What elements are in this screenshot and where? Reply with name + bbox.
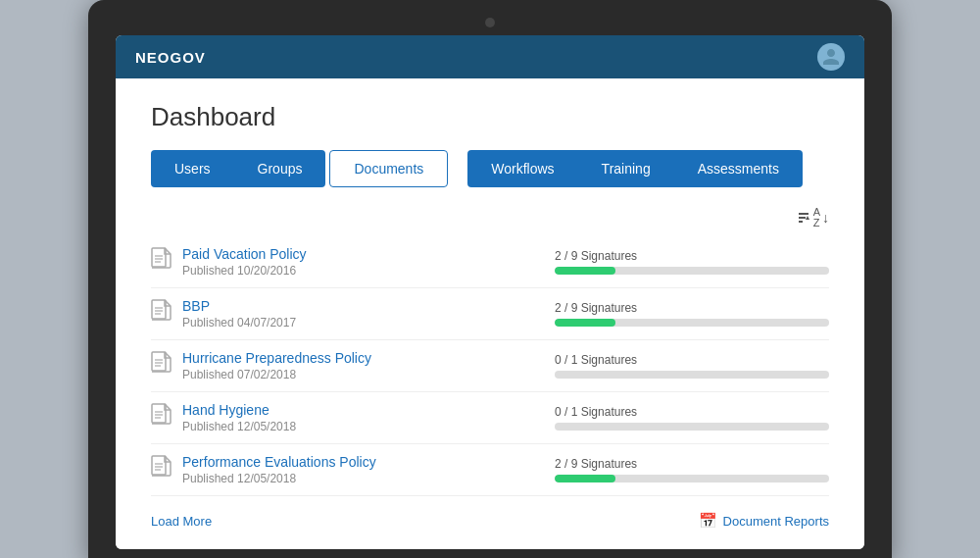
doc-signatures: 2 / 9 Signatures [535, 249, 829, 275]
doc-name[interactable]: BBP [182, 298, 535, 314]
tabs-left-group: Users Groups [151, 150, 325, 187]
document-icon [151, 299, 182, 330]
doc-published: Published 12/05/2018 [182, 472, 535, 485]
document-icon [151, 247, 182, 278]
sig-label: 0 / 1 Signatures [555, 405, 829, 419]
doc-info: Paid Vacation PolicyPublished 10/20/2016 [182, 246, 535, 278]
doc-row: Performance Evaluations PolicyPublished … [151, 444, 829, 496]
app-logo: NEOGOV [135, 49, 206, 66]
progress-bar-bg [555, 319, 829, 327]
svg-rect-8 [152, 352, 166, 371]
tab-groups[interactable]: Groups [234, 150, 326, 187]
page-title: Dashboard [151, 102, 829, 132]
load-more-link[interactable]: Load More [151, 514, 212, 529]
doc-signatures: 0 / 1 Signatures [535, 353, 829, 379]
calendar-icon: 📅 [699, 512, 717, 530]
sort-control[interactable]: AZ ↓ [151, 207, 829, 228]
sort-label: AZ [813, 207, 820, 228]
sig-label: 2 / 9 Signatures [555, 249, 829, 263]
doc-published: Published 10/20/2016 [182, 264, 535, 278]
document-icon [151, 351, 182, 381]
doc-name[interactable]: Hurricane Preparedness Policy [182, 350, 535, 366]
avatar[interactable] [817, 43, 845, 71]
document-icon [151, 455, 182, 485]
laptop-frame: NEOGOV Dashboard Users Groups [88, 0, 892, 558]
doc-published: Published 07/02/2018 [182, 368, 535, 381]
doc-name[interactable]: Paid Vacation Policy [182, 246, 535, 262]
doc-published: Published 12/05/2018 [182, 420, 535, 433]
doc-row: Paid Vacation PolicyPublished 10/20/2016… [151, 236, 829, 288]
svg-rect-4 [152, 300, 166, 319]
doc-signatures: 2 / 9 Signatures [535, 301, 829, 327]
tab-workflows[interactable]: Workflows [467, 150, 577, 187]
screen-bezel: NEOGOV Dashboard Users Groups [88, 0, 892, 558]
doc-info: BBPPublished 04/07/2017 [182, 298, 535, 330]
doc-name[interactable]: Performance Evaluations Policy [182, 454, 535, 470]
tab-training[interactable]: Training [578, 150, 674, 187]
sig-label: 0 / 1 Signatures [555, 353, 829, 367]
progress-bar-fill [555, 475, 615, 482]
doc-signatures: 0 / 1 Signatures [535, 405, 829, 431]
document-icon [151, 403, 182, 433]
topbar: NEOGOV [116, 35, 864, 78]
doc-row: BBPPublished 04/07/20172 / 9 Signatures [151, 288, 829, 340]
progress-bar-bg [555, 475, 829, 482]
sort-arrow: ↓ [822, 210, 829, 226]
doc-row: Hurricane Preparedness PolicyPublished 0… [151, 340, 829, 392]
tab-users[interactable]: Users [151, 150, 234, 187]
doc-info: Hand HygienePublished 12/05/2018 [182, 402, 535, 433]
doc-row: Hand HygienePublished 12/05/20180 / 1 Si… [151, 392, 829, 444]
svg-rect-0 [152, 248, 166, 267]
tabs-right-group: Workflows Training Assessments [467, 150, 803, 187]
screen: NEOGOV Dashboard Users Groups [116, 35, 864, 549]
doc-name[interactable]: Hand Hygiene [182, 402, 535, 418]
tab-documents[interactable]: Documents [329, 150, 448, 187]
doc-signatures: 2 / 9 Signatures [535, 457, 829, 482]
progress-bar-bg [555, 423, 829, 431]
progress-bar-fill [555, 267, 615, 275]
progress-bar-bg [555, 267, 829, 275]
tabs-container: Users Groups Documents Workflows Trainin… [151, 150, 829, 187]
svg-rect-12 [152, 404, 166, 423]
document-reports-link[interactable]: 📅 Document Reports [699, 512, 829, 530]
doc-info: Performance Evaluations PolicyPublished … [182, 454, 535, 485]
svg-rect-16 [152, 456, 166, 475]
doc-published: Published 04/07/2017 [182, 316, 535, 330]
progress-bar-bg [555, 371, 829, 379]
sig-label: 2 / 9 Signatures [555, 301, 829, 315]
main-content: Dashboard Users Groups Documents Workflo… [116, 78, 864, 549]
progress-bar-fill [555, 319, 615, 327]
footer-row: Load More 📅 Document Reports [151, 512, 829, 530]
doc-info: Hurricane Preparedness PolicyPublished 0… [182, 350, 535, 381]
doc-reports-label: Document Reports [723, 514, 829, 529]
document-list: Paid Vacation PolicyPublished 10/20/2016… [151, 236, 829, 496]
tab-assessments[interactable]: Assessments [674, 150, 803, 187]
sig-label: 2 / 9 Signatures [555, 457, 829, 471]
